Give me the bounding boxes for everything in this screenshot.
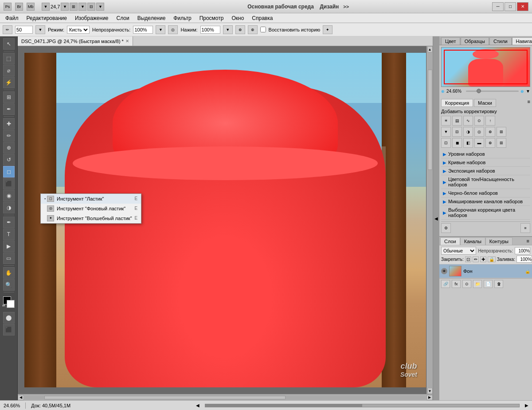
add-mask-btn[interactable]: ⊙ — [462, 280, 471, 288]
pen-tool[interactable]: ✒ — [3, 217, 15, 228]
quick-mask-btn[interactable]: ⬤ — [3, 312, 15, 323]
adj-item-bw[interactable]: ▶ Черно-белое наборов — [441, 189, 530, 197]
adj-item-curves[interactable]: ▶ Кривые наборов — [441, 158, 530, 167]
new-layer-btn[interactable]: 📄 — [484, 280, 493, 288]
stamp-tool[interactable]: ⊕ — [3, 142, 15, 154]
levels-icon[interactable]: ▤ — [452, 116, 462, 126]
hsl-icon[interactable]: ▼ — [441, 127, 451, 137]
right-edge-collapse[interactable]: ◀ — [433, 36, 439, 400]
menu-filter[interactable]: Фильтр — [170, 14, 195, 22]
menu-help[interactable]: Справка — [248, 14, 276, 22]
brush-size-input[interactable] — [15, 26, 33, 34]
mode-select[interactable]: Кисть — [67, 26, 90, 34]
zoom-tool[interactable]: 🔍 — [3, 279, 15, 291]
tab-styles[interactable]: Стили — [489, 37, 512, 45]
view-icon[interactable]: ⊞ — [70, 3, 78, 11]
extend-btn[interactable]: >> — [343, 4, 349, 9]
adj-item-selective[interactable]: ▶ Выборочная коррекция цвета наборов — [441, 206, 530, 220]
channelmix-icon[interactable]: ⊕ — [485, 127, 495, 137]
ctx-eraser-tool[interactable]: • ◻ Инструмент "Ластик" E — [41, 194, 141, 204]
lock-all-btn[interactable]: 🔒 — [488, 256, 496, 262]
masks-tab[interactable]: Маски — [474, 99, 496, 107]
brightness-icon[interactable]: ☀ — [441, 116, 451, 126]
blend-mode-select[interactable]: Обычные — [441, 247, 476, 255]
h-scroll-left-btn[interactable]: ◀ — [18, 395, 24, 400]
eraser-tool[interactable]: ◻ — [3, 166, 15, 177]
layers-menu-btn[interactable]: ≡ — [525, 237, 531, 245]
maximize-button[interactable]: □ — [505, 2, 516, 11]
bw-icon[interactable]: ◑ — [463, 127, 473, 137]
tool-preset-btn[interactable]: ✏ — [3, 25, 12, 34]
menu-layers[interactable]: Слои — [113, 14, 133, 22]
lock-move-btn[interactable]: ✚ — [480, 256, 486, 262]
color-lookup[interactable]: ⊞ — [497, 127, 506, 137]
channels-tab[interactable]: Каналы — [460, 237, 485, 245]
scroll-track[interactable] — [427, 53, 433, 387]
status-right-arrow[interactable]: ▶ — [525, 403, 528, 408]
brush-picker-btn[interactable]: ▼ — [35, 25, 45, 34]
status-left-arrow[interactable]: ◀ — [196, 403, 200, 408]
adj-item-channelmix[interactable]: ▶ Микширование каналов наборов — [441, 197, 530, 206]
ctx-magic-eraser-tool[interactable]: • ✦ Инструмент "Волшебный ластик" E — [41, 213, 141, 223]
airbrush-btn[interactable]: ◎ — [168, 25, 178, 34]
restore-btn[interactable]: ✦ — [323, 25, 332, 34]
close-button[interactable]: ✕ — [517, 2, 528, 11]
adj-menu-btn[interactable]: ≡ — [520, 223, 530, 233]
layer-visibility-btn[interactable]: 👁 — [441, 268, 447, 274]
path-select-tool[interactable]: ▶ — [3, 240, 15, 252]
blur-tool[interactable]: ◉ — [3, 190, 15, 201]
marquee-tool[interactable]: ⬚ — [3, 53, 15, 64]
threshold-icon[interactable]: ◧ — [463, 138, 473, 148]
gradient-map-icon[interactable]: ▬ — [474, 138, 484, 148]
opacity-input[interactable] — [133, 26, 153, 34]
zoom-thumb[interactable] — [477, 89, 481, 93]
eyedropper-tool[interactable]: ✒ — [3, 103, 15, 115]
nav-collapse-btn[interactable]: ▼ — [526, 89, 530, 94]
adj-item-hsl[interactable]: ▶ Цветовой тон/Насыщенность наборов — [441, 175, 530, 189]
vibrance-icon[interactable]: ↑ — [485, 116, 495, 126]
lock-brush-btn[interactable]: ✏ — [473, 256, 479, 262]
tablet-btn[interactable]: ⊕ — [235, 25, 245, 34]
h-scroll-right-btn[interactable]: ▶ — [426, 395, 433, 400]
paths-tab[interactable]: Контуры — [485, 237, 512, 245]
exposure-icon[interactable]: ⊙ — [474, 116, 484, 126]
br-icon[interactable]: Br — [15, 3, 23, 11]
scroll-up-btn[interactable]: ▲ — [427, 46, 433, 52]
lock-transparent-btn[interactable]: ⊡ — [465, 256, 471, 262]
menu-window[interactable]: Окно — [228, 14, 247, 22]
tab-navigator[interactable]: Навигатор — [512, 37, 532, 45]
layers-opacity-input[interactable] — [515, 247, 530, 254]
layer-item-bg[interactable]: 👁 Фон 🔒 — [439, 264, 532, 278]
arrange-icon[interactable]: ⊟ — [87, 3, 95, 11]
zoom-slider[interactable] — [466, 91, 519, 92]
minimize-button[interactable]: ─ — [492, 2, 504, 11]
photofilter-icon[interactable]: ◎ — [474, 127, 484, 137]
fill-input[interactable] — [516, 256, 532, 263]
correction-tab[interactable]: Коррекция — [441, 99, 473, 107]
scroll-thumb[interactable] — [428, 70, 432, 170]
adj-settings-btn[interactable]: ⚙ — [441, 223, 451, 233]
restore-checkbox[interactable] — [260, 27, 266, 32]
dodge-tool[interactable]: ◑ — [3, 202, 15, 213]
view2-icon[interactable]: ▼ — [78, 3, 86, 11]
scroll-down-btn[interactable]: ▼ — [427, 388, 433, 394]
menu-file[interactable]: Файл — [2, 14, 22, 22]
colorbalance-icon[interactable]: ⊟ — [452, 127, 462, 137]
text-tool[interactable]: T — [3, 229, 15, 240]
invert-icon[interactable]: ⊡ — [441, 138, 451, 148]
tab-color[interactable]: Цвет — [441, 37, 460, 45]
tablet2-btn[interactable]: ⊕ — [248, 25, 258, 34]
correction-menu-btn[interactable]: ≡ — [528, 99, 530, 107]
color-swatches[interactable]: ⇄ — [2, 296, 16, 309]
dropdown-icon[interactable]: ▼ — [42, 3, 50, 11]
ps-icon[interactable]: Ps — [4, 3, 12, 11]
menu-image[interactable]: Изображение — [71, 14, 112, 22]
ctx-bg-eraser-tool[interactable]: • ◎ Инструмент "Фоновый ластик" E — [41, 204, 141, 213]
brush-tool[interactable]: ✏ — [3, 130, 15, 142]
mb-icon[interactable]: Mb — [27, 3, 35, 11]
lasso-tool[interactable]: ⌀ — [3, 65, 15, 76]
fill-tool[interactable]: ⬛ — [3, 178, 15, 189]
new-group-btn[interactable]: 📁 — [473, 280, 482, 288]
history-brush-tool[interactable]: ↺ — [3, 154, 15, 166]
menu-select[interactable]: Выделение — [134, 14, 169, 22]
